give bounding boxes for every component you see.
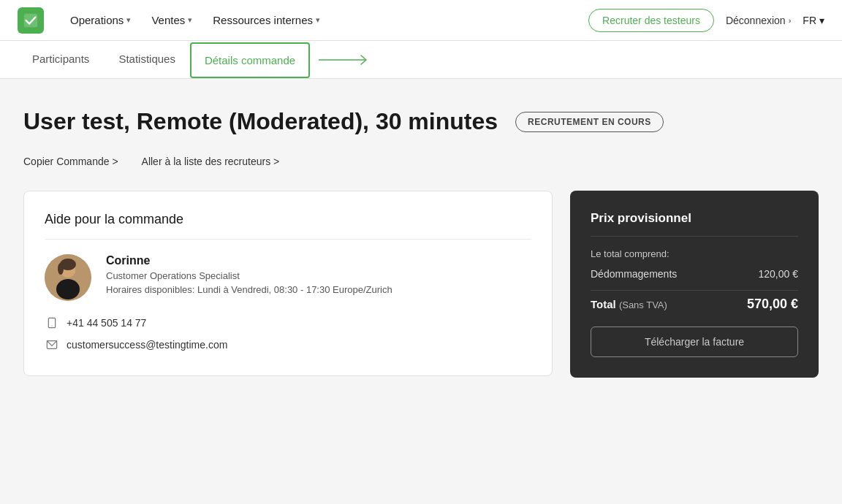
aide-card: Aide pour la commande — [23, 191, 553, 376]
logo-icon — [18, 7, 44, 34]
chevron-down-icon: ▾ — [188, 15, 192, 25]
total-value: 570,00 € — [747, 297, 798, 312]
svg-point-7 — [58, 263, 64, 275]
navbar: Operations ▾ Ventes ▾ Ressources interne… — [0, 0, 842, 41]
email-icon — [45, 337, 59, 352]
phone-icon — [45, 316, 59, 330]
contact-name: Corinne — [106, 254, 531, 267]
total-label: Total (Sans TVA) — [591, 298, 667, 310]
prix-title: Prix provisionnel — [591, 211, 798, 237]
avatar — [45, 254, 91, 301]
tabs-bar: Participants Statistiques Détails comman… — [0, 41, 842, 79]
prix-total-row: Total (Sans TVA) 570,00 € — [591, 290, 798, 312]
recruiters-list-link[interactable]: Aller à la liste des recruteurs > — [142, 156, 280, 167]
nav-links: Operations ▾ Ventes ▾ Ressources interne… — [61, 8, 588, 32]
nav-operations[interactable]: Operations ▾ — [61, 8, 140, 32]
facture-button[interactable]: Télécharger la facture — [591, 327, 798, 357]
contact-info: Corinne Customer Operations Specialist H… — [106, 254, 531, 295]
action-links: Copier Commande > Aller à la liste des r… — [23, 156, 819, 167]
bottom-grid: Aide pour la commande — [23, 191, 819, 378]
contact-role: Customer Operations Specialist — [106, 270, 531, 281]
nav-ressources[interactable]: Ressources internes ▾ — [204, 8, 329, 32]
tab-details-commande[interactable]: Détails commande — [190, 42, 310, 78]
phone-number: +41 44 505 14 77 — [67, 317, 146, 329]
dedommagements-value: 120,00 € — [759, 268, 799, 280]
navbar-right: Recruter des testeurs Déconnexion › FR ▾ — [588, 9, 824, 32]
prix-dedommagements-row: Dédommagements 120,00 € — [591, 268, 798, 280]
main-content: User test, Remote (Moderated), 30 minute… — [0, 79, 842, 401]
status-badge: RECRUTEMENT EN COURS — [515, 112, 664, 132]
aide-title: Aide pour la commande — [45, 212, 531, 240]
tab-statistiques[interactable]: Statistiques — [104, 41, 190, 78]
svg-rect-8 — [48, 318, 55, 327]
chevron-down-icon: ▾ — [819, 15, 824, 26]
chevron-down-icon: ▾ — [126, 15, 131, 25]
tab-participants[interactable]: Participants — [18, 41, 104, 78]
dedommagements-label: Dédommagements — [591, 268, 677, 280]
deconnexion-link[interactable]: Déconnexion › — [726, 15, 791, 26]
chevron-right-icon: › — [789, 16, 792, 25]
logo[interactable] — [18, 7, 44, 34]
lang-selector[interactable]: FR ▾ — [803, 15, 824, 26]
nav-ventes[interactable]: Ventes ▾ — [143, 8, 201, 32]
prix-card: Prix provisionnel Le total comprend: Déd… — [570, 191, 819, 378]
tab-arrow — [310, 53, 377, 67]
svg-point-4 — [56, 279, 80, 299]
contact-hours: Horaires disponibles: Lundi à Vendredi, … — [106, 284, 531, 295]
contact-email: customersuccess@testingtime.com — [45, 337, 531, 352]
chevron-down-icon: ▾ — [316, 15, 320, 25]
contact-row: Corinne Customer Operations Specialist H… — [45, 254, 531, 301]
page-title: User test, Remote (Moderated), 30 minute… — [23, 108, 498, 135]
contact-phone: +41 44 505 14 77 — [45, 316, 531, 330]
page-title-row: User test, Remote (Moderated), 30 minute… — [23, 108, 819, 135]
recruit-button[interactable]: Recruter des testeurs — [588, 9, 714, 32]
prix-subtitle: Le total comprend: — [591, 248, 798, 259]
email-address: customersuccess@testingtime.com — [67, 339, 227, 351]
copy-commande-link[interactable]: Copier Commande > — [23, 156, 118, 167]
